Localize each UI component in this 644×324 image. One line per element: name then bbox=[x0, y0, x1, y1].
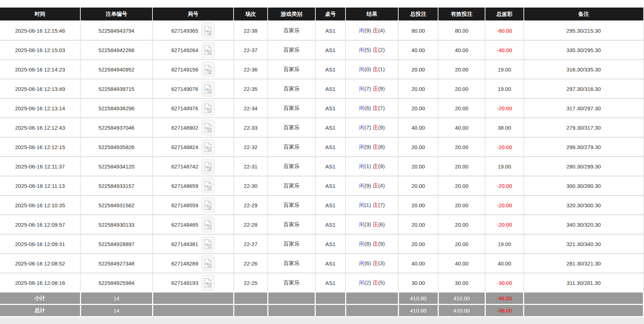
cell-total-payout: 19.00 bbox=[485, 157, 524, 176]
video-replay-button[interactable] bbox=[201, 61, 215, 77]
player-result-score: (6) bbox=[365, 105, 371, 111]
player-result-score: (6) bbox=[365, 260, 371, 266]
cell-remark: 281.30/321.30 bbox=[524, 254, 644, 273]
cell-remark: 311.30/281.30 bbox=[524, 273, 644, 292]
cell-session: 22-35 bbox=[234, 79, 268, 98]
table-row: 2025-06-16 12:15:46 522584943794 6271493… bbox=[0, 21, 644, 40]
table-header-row: 时间注单编号局号场次游戏类别桌号结果总投注有效投注总派彩备注 bbox=[0, 8, 644, 21]
table-body: 2025-06-16 12:15:46 522584943794 6271493… bbox=[0, 21, 644, 292]
video-replay-icon bbox=[204, 123, 212, 133]
cell-bet-id: 522584928897 bbox=[80, 234, 152, 254]
cell-round: 627148976 bbox=[152, 98, 234, 118]
cell-round: 627149264 bbox=[152, 40, 234, 60]
cell-total-payout: -20.00 bbox=[485, 176, 524, 195]
cell-result: 闲(1)庄(7) bbox=[345, 195, 398, 215]
video-replay-icon bbox=[204, 278, 212, 288]
cell-session: 22-32 bbox=[234, 137, 268, 157]
banker-result-label: 庄 bbox=[373, 163, 378, 169]
cell-game-type: 百家乐 bbox=[268, 137, 315, 157]
cell-session: 22-29 bbox=[234, 195, 268, 215]
summary-row: 总计 14 410.00 410.00 -96.00 bbox=[0, 305, 644, 317]
cell-game-type: 百家乐 bbox=[268, 60, 315, 79]
video-replay-button[interactable] bbox=[201, 275, 215, 291]
video-replay-icon bbox=[204, 65, 212, 74]
banker-result-label: 庄 bbox=[373, 221, 378, 227]
cell-total-bet: 20.00 bbox=[398, 215, 438, 234]
banker-result-label: 庄 bbox=[373, 66, 378, 72]
cell-total-payout: -20.00 bbox=[485, 215, 524, 234]
column-header: 注单编号 bbox=[80, 8, 152, 21]
table-row: 2025-06-16 12:11:37 522584934120 6271487… bbox=[0, 157, 644, 176]
cell-table-no: AS1 bbox=[315, 254, 345, 273]
table-row: 2025-06-16 12:12:15 522584935826 6271488… bbox=[0, 137, 644, 157]
video-replay-button[interactable] bbox=[201, 217, 215, 232]
cell-session: 22-31 bbox=[234, 157, 268, 176]
cell-bet-id: 522584927348 bbox=[80, 254, 152, 273]
table-row: 2025-06-16 12:13:49 522584939715 6271490… bbox=[0, 79, 644, 98]
cell-round: 627149156 bbox=[152, 60, 234, 79]
cell-bet-id: 522584943794 bbox=[80, 21, 152, 40]
column-header: 游戏类别 bbox=[268, 8, 315, 21]
column-header: 场次 bbox=[234, 8, 268, 21]
cell-total-bet: 20.00 bbox=[398, 176, 438, 195]
round-number: 627148976 bbox=[171, 105, 198, 111]
table-row: 2025-06-16 12:15:03 522584942266 6271492… bbox=[0, 40, 644, 60]
video-replay-button[interactable] bbox=[201, 158, 215, 174]
video-replay-button[interactable] bbox=[201, 178, 215, 194]
banker-result-score: (3) bbox=[378, 260, 385, 266]
cell-bet-id: 522584937046 bbox=[80, 118, 152, 137]
player-result-score: (1) bbox=[365, 163, 371, 169]
cell-result: 闲(7)庄(9) bbox=[345, 118, 398, 137]
cell-total-payout: 40.00 bbox=[485, 254, 524, 273]
round-number: 627149264 bbox=[171, 47, 198, 53]
cell-total-bet: 20.00 bbox=[398, 195, 438, 215]
cell-total-bet: 20.00 bbox=[398, 60, 438, 79]
banker-result-score: (2) bbox=[378, 47, 385, 53]
table-row: 2025-06-16 12:10:35 522584931562 6271485… bbox=[0, 195, 644, 215]
cell-total-payout: -20.00 bbox=[485, 98, 524, 118]
player-result-score: (7) bbox=[365, 85, 371, 92]
cell-bet-id: 522584940952 bbox=[80, 60, 152, 79]
video-replay-button[interactable] bbox=[201, 139, 215, 155]
summary-empty-result bbox=[345, 292, 398, 305]
banker-result-score: (8) bbox=[378, 144, 385, 150]
cell-table-no: AS1 bbox=[315, 21, 345, 40]
cell-session: 22-26 bbox=[234, 254, 268, 273]
video-replay-button[interactable] bbox=[201, 197, 215, 213]
banker-result-label: 庄 bbox=[373, 202, 378, 208]
video-replay-icon bbox=[204, 162, 212, 171]
video-replay-button[interactable] bbox=[201, 81, 215, 97]
cell-total-bet: 40.00 bbox=[398, 40, 438, 60]
banker-result-score: (9) bbox=[378, 85, 385, 92]
cell-time: 2025-06-16 12:11:37 bbox=[0, 157, 80, 176]
table-row: 2025-06-16 12:09:57 522584930133 6271484… bbox=[0, 215, 644, 234]
video-replay-icon bbox=[204, 220, 212, 230]
cell-table-no: AS1 bbox=[315, 98, 345, 118]
cell-valid-bet: 20.00 bbox=[438, 215, 485, 234]
video-replay-button[interactable] bbox=[201, 100, 215, 116]
video-replay-button[interactable] bbox=[201, 236, 215, 252]
table-row: 2025-06-16 12:08:16 522584925984 6271481… bbox=[0, 273, 644, 292]
round-number: 627148381 bbox=[171, 241, 198, 247]
round-number: 627148659 bbox=[171, 183, 198, 189]
player-result-score: (7) bbox=[365, 124, 371, 130]
summary-total-payout: -96.00 bbox=[485, 292, 524, 305]
round-number: 627148742 bbox=[171, 163, 198, 170]
cell-session: 22-27 bbox=[234, 234, 268, 254]
cell-game-type: 百家乐 bbox=[268, 157, 315, 176]
cell-round: 627148824 bbox=[152, 137, 234, 157]
cell-total-bet: 20.00 bbox=[398, 234, 438, 254]
cell-table-no: AS1 bbox=[315, 118, 345, 137]
cell-game-type: 百家乐 bbox=[268, 176, 315, 195]
round-number: 627148465 bbox=[171, 222, 198, 228]
video-replay-button[interactable] bbox=[201, 23, 215, 38]
cell-table-no: AS1 bbox=[315, 273, 345, 292]
summary-empty-table-no bbox=[315, 305, 345, 317]
video-replay-icon bbox=[204, 45, 212, 55]
cell-total-bet: 20.00 bbox=[398, 157, 438, 176]
video-replay-button[interactable] bbox=[201, 120, 215, 135]
player-result-label: 闲 bbox=[359, 163, 365, 169]
video-replay-button[interactable] bbox=[201, 42, 215, 58]
video-replay-button[interactable] bbox=[201, 255, 215, 271]
cell-result: 闲(1)庄(9) bbox=[345, 157, 398, 176]
